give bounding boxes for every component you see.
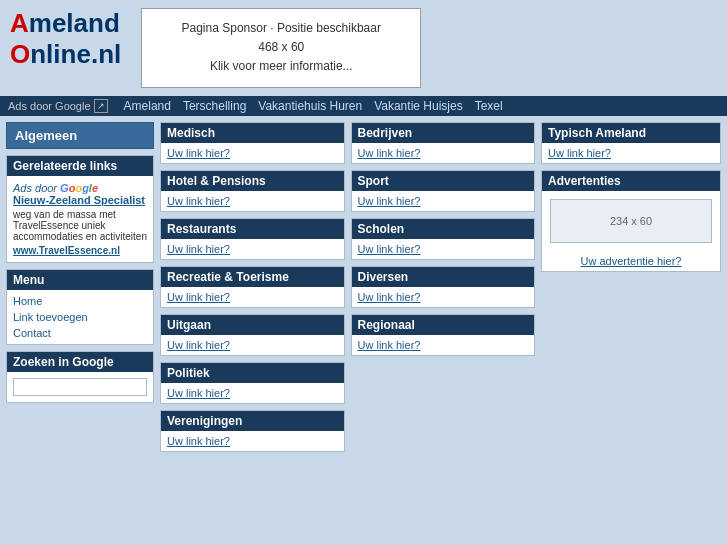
- scholen-header: Scholen: [352, 219, 535, 239]
- category-row-0: Medisch Uw link hier? Bedrijven Uw link …: [160, 122, 535, 164]
- algemeen-label: Algemeen: [15, 128, 77, 143]
- logo-line2: Online.nl: [10, 39, 121, 70]
- diversen-header: Diversen: [352, 267, 535, 287]
- politiek-link[interactable]: Uw link hier?: [167, 387, 230, 399]
- category-medisch: Medisch Uw link hier?: [160, 122, 345, 164]
- category-verenigingen: Verenigingen Uw link hier?: [160, 410, 345, 452]
- sport-header: Sport: [352, 171, 535, 191]
- travel-essence-link[interactable]: www.TravelEssence.nl: [13, 245, 147, 256]
- category-regionaal: Regionaal Uw link hier?: [351, 314, 536, 356]
- category-restaurants: Restaurants Uw link hier?: [160, 218, 345, 260]
- uitgaan-header: Uitgaan: [161, 315, 344, 335]
- zoeken-header: Zoeken in Google: [7, 352, 153, 372]
- main-content: Algemeen Gerelateerde links Ads door Goo…: [0, 116, 727, 458]
- scholen-link[interactable]: Uw link hier?: [358, 243, 421, 255]
- recreatie-link[interactable]: Uw link hier?: [167, 291, 230, 303]
- ads-google: Ads door Google: [13, 182, 98, 194]
- nav-link-vakantie-huisjes[interactable]: Vakantie Huisjes: [374, 99, 463, 113]
- category-uitgaan: Uitgaan Uw link hier?: [160, 314, 345, 356]
- nieuw-zeeland-link[interactable]: Nieuw-Zeeland Specialist: [13, 194, 145, 206]
- menu-contact[interactable]: Contact: [13, 326, 147, 340]
- nieuw-zeeland-text: weg van de massa met TravelEssence uniek…: [13, 209, 147, 242]
- medisch-header: Medisch: [161, 123, 344, 143]
- restaurants-link[interactable]: Uw link hier?: [167, 243, 230, 255]
- menu-section: Menu Home Link toevoegen Contact: [6, 269, 154, 345]
- category-row-1: Hotel & Pensions Uw link hier? Sport Uw …: [160, 170, 535, 212]
- nav-link-vakantiehuis[interactable]: Vakantiehuis Huren: [258, 99, 362, 113]
- category-bedrijven: Bedrijven Uw link hier?: [351, 122, 536, 164]
- hotel-link[interactable]: Uw link hier?: [167, 195, 230, 207]
- regionaal-header: Regionaal: [352, 315, 535, 335]
- typisch-link[interactable]: Uw link hier?: [548, 147, 611, 159]
- category-hotel: Hotel & Pensions Uw link hier?: [160, 170, 345, 212]
- zoeken-section: Zoeken in Google: [6, 351, 154, 403]
- verenigingen-link[interactable]: Uw link hier?: [167, 435, 230, 447]
- advertenties-box: Advertenties 234 x 60 Uw advertentie hie…: [541, 170, 721, 272]
- bedrijven-body: Uw link hier?: [352, 143, 535, 163]
- category-row-2: Restaurants Uw link hier? Scholen Uw lin…: [160, 218, 535, 260]
- sponsor-box[interactable]: Pagina Sponsor · Positie beschikbaar 468…: [141, 8, 421, 88]
- medisch-link[interactable]: Uw link hier?: [167, 147, 230, 159]
- logo-a: A: [10, 8, 29, 38]
- left-sidebar: Algemeen Gerelateerde links Ads door Goo…: [6, 122, 154, 452]
- logo: Ameland Online.nl: [10, 8, 121, 70]
- restaurants-header: Restaurants: [161, 219, 344, 239]
- category-row-3: Recreatie & Toerisme Uw link hier? Diver…: [160, 266, 535, 308]
- logo-line1: Ameland: [10, 8, 121, 39]
- ad-banner: 234 x 60: [550, 199, 712, 243]
- category-recreatie: Recreatie & Toerisme Uw link hier?: [160, 266, 345, 308]
- recreatie-header: Recreatie & Toerisme: [161, 267, 344, 287]
- sponsor-line3: Klik voor meer informatie...: [162, 57, 400, 76]
- gerelateerde-section: Gerelateerde links Ads door Google Nieuw…: [6, 155, 154, 263]
- sport-link[interactable]: Uw link hier?: [358, 195, 421, 207]
- uitgaan-body: Uw link hier?: [161, 335, 344, 355]
- center-content: Medisch Uw link hier? Bedrijven Uw link …: [160, 122, 535, 452]
- scholen-body: Uw link hier?: [352, 239, 535, 259]
- nav-link-terschelling[interactable]: Terschelling: [183, 99, 246, 113]
- category-scholen: Scholen Uw link hier?: [351, 218, 536, 260]
- nav-link-texel[interactable]: Texel: [475, 99, 503, 113]
- gerelateerde-content: Ads door Google Nieuw-Zeeland Specialist…: [7, 176, 153, 262]
- typisch-header: Typisch Ameland: [542, 123, 720, 143]
- bedrijven-header: Bedrijven: [352, 123, 535, 143]
- category-row-4: Uitgaan Uw link hier? Regionaal Uw link …: [160, 314, 535, 356]
- menu-home[interactable]: Home: [13, 294, 147, 308]
- ad-link[interactable]: Uw advertentie hier?: [542, 251, 720, 271]
- zoeken-input[interactable]: [13, 378, 147, 396]
- diversen-body: Uw link hier?: [352, 287, 535, 307]
- gerelateerde-header: Gerelateerde links: [7, 156, 153, 176]
- menu-link-toevoegen[interactable]: Link toevoegen: [13, 310, 147, 324]
- header: Ameland Online.nl Pagina Sponsor · Posit…: [0, 0, 727, 96]
- uitgaan-link[interactable]: Uw link hier?: [167, 339, 230, 351]
- right-sidebar: Typisch Ameland Uw link hier? Advertenti…: [541, 122, 721, 452]
- diversen-link[interactable]: Uw link hier?: [358, 291, 421, 303]
- logo-o: O: [10, 39, 30, 69]
- recreatie-body: Uw link hier?: [161, 287, 344, 307]
- verenigingen-body: Uw link hier?: [161, 431, 344, 451]
- algemeen-box: Algemeen: [6, 122, 154, 149]
- advertenties-header: Advertenties: [542, 171, 720, 191]
- sponsor-line2: 468 x 60: [162, 38, 400, 57]
- category-row-6: Verenigingen Uw link hier?: [160, 410, 535, 452]
- regionaal-link[interactable]: Uw link hier?: [358, 339, 421, 351]
- category-row-5: Politiek Uw link hier?: [160, 362, 535, 404]
- regionaal-body: Uw link hier?: [352, 335, 535, 355]
- sponsor-line1: Pagina Sponsor · Positie beschikbaar: [162, 19, 400, 38]
- category-sport: Sport Uw link hier?: [351, 170, 536, 212]
- menu-header: Menu: [7, 270, 153, 290]
- nav-ads-label: Ads door Google ↗: [8, 99, 108, 113]
- hotel-header: Hotel & Pensions: [161, 171, 344, 191]
- verenigingen-header: Verenigingen: [161, 411, 344, 431]
- restaurants-body: Uw link hier?: [161, 239, 344, 259]
- category-diversen: Diversen Uw link hier?: [351, 266, 536, 308]
- page-wrapper: Ameland Online.nl Pagina Sponsor · Posit…: [0, 0, 727, 545]
- typisch-box: Typisch Ameland Uw link hier?: [541, 122, 721, 164]
- nav-bar: Ads door Google ↗ Ameland Terschelling V…: [0, 96, 727, 116]
- bedrijven-link[interactable]: Uw link hier?: [358, 147, 421, 159]
- nav-link-ameland[interactable]: Ameland: [124, 99, 171, 113]
- politiek-body: Uw link hier?: [161, 383, 344, 403]
- logo-meland: meland: [29, 8, 120, 38]
- external-icon: ↗: [94, 99, 108, 113]
- medisch-body: Uw link hier?: [161, 143, 344, 163]
- nav-links: Ameland Terschelling Vakantiehuis Huren …: [124, 99, 503, 113]
